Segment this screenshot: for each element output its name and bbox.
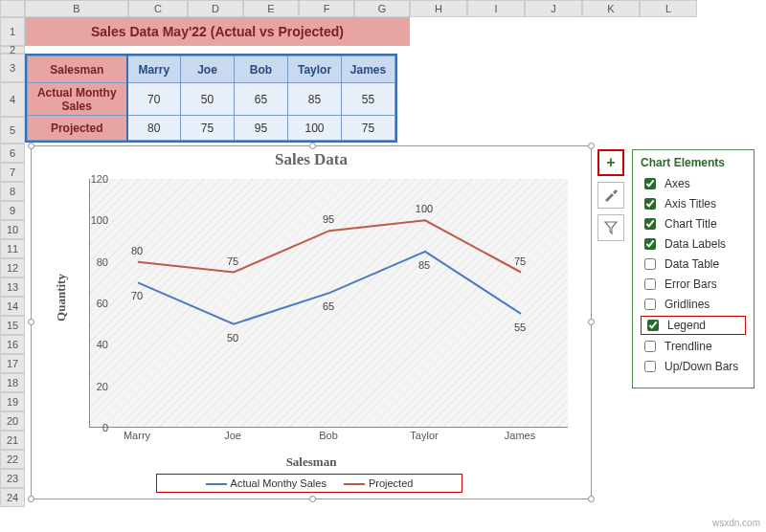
resize-handle[interactable] <box>588 143 595 149</box>
chart-element-option[interactable]: Trendline <box>641 338 746 355</box>
row-header[interactable]: 24 <box>0 488 25 507</box>
row-header[interactable]: 20 <box>0 411 25 431</box>
row-header[interactable]: 10 <box>0 220 25 239</box>
chart-element-option[interactable]: Axes <box>641 175 746 192</box>
checkbox[interactable] <box>644 341 656 352</box>
data-label[interactable]: 75 <box>227 255 238 267</box>
col-header: James <box>342 56 395 83</box>
legend-item[interactable]: Projected <box>344 477 413 489</box>
row-header[interactable]: 7 <box>0 163 25 182</box>
col-header[interactable]: J <box>525 0 582 17</box>
checkbox[interactable] <box>644 218 656 230</box>
row-header[interactable]: 13 <box>0 277 25 297</box>
chart-element-option[interactable]: Chart Title <box>641 215 746 233</box>
col-header[interactable]: C <box>128 0 188 17</box>
row-header[interactable]: 21 <box>0 431 25 450</box>
option-label: Axis Titles <box>665 197 716 211</box>
y-axis-title[interactable]: Quantity <box>54 274 69 321</box>
data-label[interactable]: 95 <box>323 213 334 225</box>
chart-title[interactable]: Sales Data <box>32 150 591 169</box>
row-header[interactable]: 16 <box>0 335 25 354</box>
x-axis-title[interactable]: Salesman <box>32 454 591 470</box>
col-header[interactable]: B <box>25 0 128 17</box>
cell[interactable]: 80 <box>127 116 181 141</box>
row-header[interactable]: 1 <box>0 17 25 46</box>
row-header[interactable]: 12 <box>0 258 25 277</box>
chart-element-option[interactable]: Up/Down Bars <box>641 358 746 375</box>
data-label[interactable]: 55 <box>514 321 526 333</box>
checkbox[interactable] <box>644 361 656 372</box>
chart-styles-button[interactable] <box>597 182 624 209</box>
cell[interactable]: 95 <box>235 116 288 141</box>
select-all-corner[interactable] <box>0 0 25 17</box>
chart-element-option[interactable]: Data Labels <box>641 235 746 253</box>
col-header[interactable]: D <box>188 0 243 17</box>
col-header[interactable]: F <box>299 0 354 17</box>
table-row: Actual Monthy Sales 70 50 65 85 55 <box>28 83 395 116</box>
chart-element-option[interactable]: Legend <box>641 316 746 335</box>
data-label[interactable]: 65 <box>323 300 334 312</box>
resize-handle[interactable] <box>28 319 34 325</box>
row-header[interactable]: 19 <box>0 392 25 411</box>
resize-handle[interactable] <box>309 143 316 149</box>
sales-data-table[interactable]: Salesman Marry Joe Bob Taylor James Actu… <box>25 54 397 143</box>
row-header[interactable]: 8 <box>0 182 25 201</box>
row-header[interactable]: 5 <box>0 117 25 144</box>
col-header[interactable]: I <box>467 0 525 17</box>
data-label[interactable]: 80 <box>131 245 143 256</box>
row-header[interactable]: 17 <box>0 354 25 373</box>
cell[interactable]: 65 <box>235 83 288 116</box>
cell[interactable]: 75 <box>181 116 235 141</box>
checkbox[interactable] <box>644 198 656 210</box>
checkbox[interactable] <box>644 278 656 290</box>
chart-legend[interactable]: Actual Monthy Sales Projected <box>156 474 462 493</box>
chart-elements-pane: Chart Elements AxesAxis TitlesChart Titl… <box>632 149 755 388</box>
col-header[interactable]: K <box>582 0 640 17</box>
cell[interactable]: 50 <box>181 83 235 116</box>
cell[interactable]: 100 <box>288 116 342 141</box>
row-header[interactable]: 2 <box>0 46 25 54</box>
cell[interactable]: 75 <box>342 116 395 141</box>
row-header[interactable]: 15 <box>0 316 25 335</box>
checkbox[interactable] <box>644 178 656 189</box>
resize-handle[interactable] <box>588 319 595 325</box>
row-header[interactable]: 11 <box>0 239 25 258</box>
data-label[interactable]: 70 <box>131 290 143 301</box>
col-header[interactable]: H <box>410 0 467 17</box>
chart-elements-button[interactable]: + <box>597 149 624 176</box>
row-header[interactable]: 14 <box>0 297 25 316</box>
row-header[interactable]: 3 <box>0 54 25 82</box>
sales-chart[interactable]: Sales Data Quantity Salesman Actual Mont… <box>31 145 592 499</box>
chart-element-option[interactable]: Error Bars <box>641 276 746 293</box>
data-label[interactable]: 85 <box>418 259 430 271</box>
row-header[interactable]: 6 <box>0 144 25 163</box>
chart-element-option[interactable]: Axis Titles <box>641 195 746 212</box>
resize-handle[interactable] <box>309 496 316 502</box>
data-label[interactable]: 100 <box>416 203 433 214</box>
checkbox[interactable] <box>644 258 656 270</box>
row-header[interactable]: 22 <box>0 450 25 469</box>
row-header[interactable]: 18 <box>0 373 25 392</box>
resize-handle[interactable] <box>588 496 595 502</box>
watermark: wsxdn.com <box>712 518 760 528</box>
cell[interactable]: 70 <box>127 83 181 116</box>
resize-handle[interactable] <box>28 143 34 149</box>
data-label[interactable]: 50 <box>227 332 238 344</box>
col-header[interactable]: L <box>640 0 697 17</box>
row-header[interactable]: 4 <box>0 82 25 117</box>
cell[interactable]: 85 <box>288 83 342 116</box>
checkbox[interactable] <box>647 320 659 331</box>
resize-handle[interactable] <box>28 496 34 502</box>
cell[interactable]: 55 <box>342 83 395 116</box>
chart-filters-button[interactable] <box>597 214 624 241</box>
col-header[interactable]: G <box>354 0 410 17</box>
col-header[interactable]: E <box>243 0 299 17</box>
chart-element-option[interactable]: Gridlines <box>641 296 746 313</box>
checkbox[interactable] <box>644 238 656 250</box>
data-label[interactable]: 75 <box>514 255 526 267</box>
legend-item[interactable]: Actual Monthy Sales <box>206 477 327 489</box>
row-header[interactable]: 9 <box>0 201 25 220</box>
row-header[interactable]: 23 <box>0 469 25 488</box>
chart-element-option[interactable]: Data Table <box>641 255 746 273</box>
checkbox[interactable] <box>644 299 656 310</box>
